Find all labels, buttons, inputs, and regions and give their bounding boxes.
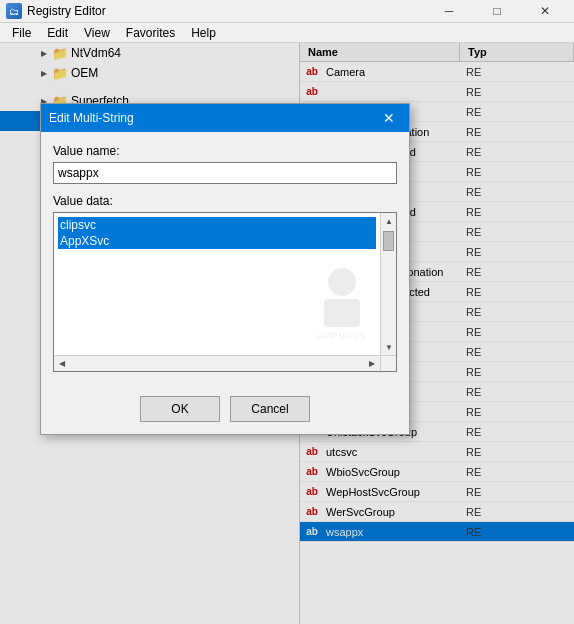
minimize-button[interactable]: ─ [426, 0, 472, 23]
scroll-track [381, 229, 396, 339]
ok-button[interactable]: OK [140, 396, 220, 422]
dialog-buttons: OK Cancel [41, 388, 409, 434]
textarea-inner: clipsvc AppXSvc [54, 213, 380, 249]
horizontal-scrollbar[interactable]: ◀ ▶ [54, 355, 380, 371]
textarea-content: clipsvc AppXSvc [54, 213, 380, 355]
menu-view[interactable]: View [76, 24, 118, 42]
value-data-container: clipsvc AppXSvc ▲ ▼ ◀ [53, 212, 397, 372]
dialog-close-button[interactable]: ✕ [377, 106, 401, 130]
window-controls: ─ □ ✕ [426, 0, 568, 23]
value-data-label: Value data: [53, 194, 397, 208]
menu-edit[interactable]: Edit [39, 24, 76, 42]
value-name-label: Value name: [53, 144, 397, 158]
value-name-input[interactable] [53, 162, 397, 184]
scroll-left-button[interactable]: ◀ [54, 356, 70, 372]
app-icon: 🗂 [6, 3, 22, 19]
menu-bar: File Edit View Favorites Help [0, 23, 574, 43]
scroll-right-button[interactable]: ▶ [364, 356, 380, 372]
app-title: Registry Editor [27, 4, 426, 18]
close-button[interactable]: ✕ [522, 0, 568, 23]
title-bar: 🗂 Registry Editor ─ □ ✕ [0, 0, 574, 23]
textarea-line-appxsvc[interactable]: AppXSvc [58, 233, 376, 249]
vertical-scrollbar[interactable]: ▲ ▼ [380, 213, 396, 355]
scrollbar-corner [380, 355, 396, 371]
textarea-line-clipsvc[interactable]: clipsvc [58, 217, 376, 233]
dialog-overlay: Edit Multi-String ✕ Value name: Value da… [0, 43, 574, 624]
edit-multistring-dialog: Edit Multi-String ✕ Value name: Value da… [40, 103, 410, 435]
menu-help[interactable]: Help [183, 24, 224, 42]
main-area: ▶ 📁 NtVdm64 ▶ 📁 OEM ▶ 📁 Superfetch [0, 43, 574, 624]
menu-favorites[interactable]: Favorites [118, 24, 183, 42]
dialog-content: Value name: Value data: clipsvc AppXSvc … [41, 132, 409, 388]
cancel-button[interactable]: Cancel [230, 396, 310, 422]
scroll-thumb[interactable] [383, 231, 394, 251]
dialog-title: Edit Multi-String [49, 111, 377, 125]
scroll-up-button[interactable]: ▲ [381, 213, 397, 229]
dialog-title-bar: Edit Multi-String ✕ [41, 104, 409, 132]
menu-file[interactable]: File [4, 24, 39, 42]
scroll-down-button[interactable]: ▼ [381, 339, 397, 355]
maximize-button[interactable]: □ [474, 0, 520, 23]
